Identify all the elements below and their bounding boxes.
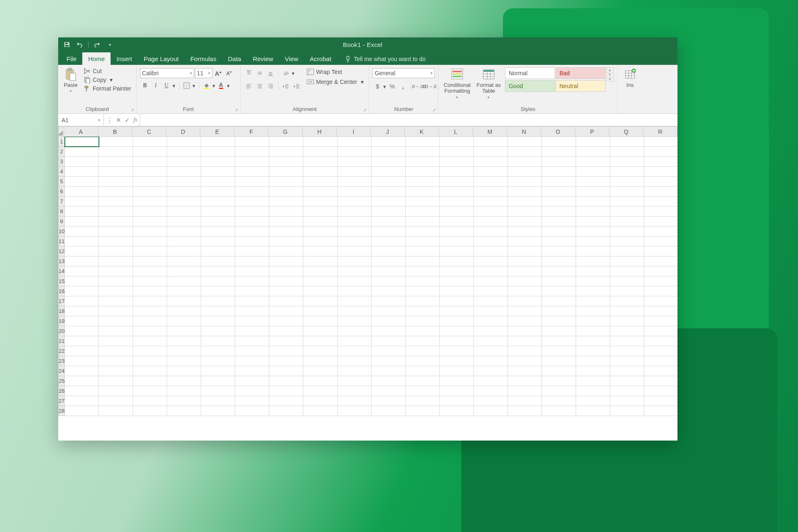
cell-G24[interactable] (269, 366, 303, 376)
tab-acrobat[interactable]: Acrobat (304, 52, 337, 65)
cell-P14[interactable] (576, 266, 610, 276)
cell-J9[interactable] (372, 217, 406, 227)
cell-N13[interactable] (508, 256, 542, 266)
cell-B2[interactable] (99, 147, 133, 157)
cell-F11[interactable] (235, 236, 269, 246)
cell-A12[interactable] (65, 246, 99, 256)
cell-M20[interactable] (474, 326, 508, 336)
italic-button[interactable]: I (151, 81, 161, 91)
cell-N12[interactable] (508, 246, 542, 256)
cell-H25[interactable] (303, 376, 337, 386)
cell-N3[interactable] (508, 157, 542, 167)
cell-B25[interactable] (99, 376, 133, 386)
cell-J12[interactable] (372, 246, 406, 256)
cell-R4[interactable] (644, 167, 677, 177)
cell-K11[interactable] (406, 236, 440, 246)
cell-J27[interactable] (372, 396, 406, 406)
cell-G2[interactable] (269, 147, 303, 157)
cell-D3[interactable] (167, 157, 201, 167)
shrink-font-button[interactable]: A▾ (224, 68, 234, 78)
cell-B18[interactable] (99, 306, 133, 316)
column-header-K[interactable]: K (405, 126, 439, 137)
cell-Q22[interactable] (610, 346, 644, 356)
cell-F25[interactable] (235, 376, 269, 386)
row-header-2[interactable]: 2 (58, 147, 65, 157)
cell-N16[interactable] (508, 286, 542, 296)
cell-C23[interactable] (133, 356, 167, 366)
cell-K14[interactable] (406, 266, 440, 276)
cell-R20[interactable] (644, 326, 677, 336)
cell-Q26[interactable] (610, 386, 644, 396)
cell-E23[interactable] (201, 356, 235, 366)
insert-function-button[interactable]: fx (133, 116, 137, 123)
cell-M13[interactable] (474, 256, 508, 266)
cell-B19[interactable] (99, 316, 133, 326)
row-header-9[interactable]: 9 (58, 217, 65, 227)
cell-H5[interactable] (303, 177, 337, 187)
number-format-select[interactable]: General▾ (372, 68, 435, 78)
wrap-text-button[interactable]: abc Wrap Text (305, 68, 366, 76)
cell-C22[interactable] (133, 346, 167, 356)
cell-O19[interactable] (542, 316, 576, 326)
cell-F26[interactable] (235, 386, 269, 396)
cell-L20[interactable] (440, 326, 474, 336)
cell-P16[interactable] (576, 286, 610, 296)
cell-G26[interactable] (269, 386, 303, 396)
cell-R25[interactable] (644, 376, 677, 386)
cell-R18[interactable] (644, 306, 677, 316)
row-header-25[interactable]: 25 (58, 376, 65, 386)
cell-I1[interactable] (337, 137, 372, 147)
cell-E8[interactable] (201, 207, 235, 217)
cell-F17[interactable] (235, 296, 269, 306)
cell-A7[interactable] (65, 197, 99, 207)
cell-B15[interactable] (99, 276, 133, 286)
format-painter-button[interactable]: Format Painter (82, 85, 133, 92)
cell-J7[interactable] (372, 197, 406, 207)
cell-M22[interactable] (474, 346, 508, 356)
cell-G14[interactable] (269, 266, 303, 276)
redo-button[interactable] (93, 40, 102, 49)
cell-P15[interactable] (576, 276, 610, 286)
cell-Q24[interactable] (610, 366, 644, 376)
cell-B3[interactable] (99, 157, 133, 167)
cell-C7[interactable] (133, 197, 167, 207)
cell-N8[interactable] (508, 207, 542, 217)
cell-H27[interactable] (303, 396, 337, 406)
cell-A23[interactable] (65, 356, 99, 366)
accounting-format-button[interactable]: $ (372, 81, 382, 91)
cell-J21[interactable] (372, 336, 406, 346)
cell-K22[interactable] (406, 346, 440, 356)
cell-A14[interactable] (65, 266, 99, 276)
cell-O24[interactable] (542, 366, 576, 376)
cell-D10[interactable] (167, 227, 201, 236)
row-header-13[interactable]: 13 (58, 256, 65, 266)
cell-F6[interactable] (235, 187, 269, 197)
cell-E1[interactable] (201, 137, 235, 147)
cell-K24[interactable] (406, 366, 440, 376)
cell-M24[interactable] (474, 366, 508, 376)
cell-H15[interactable] (303, 276, 337, 286)
cell-P27[interactable] (576, 396, 610, 406)
row-header-16[interactable]: 16 (58, 286, 65, 296)
cell-M1[interactable] (474, 137, 508, 147)
cell-N5[interactable] (508, 177, 542, 187)
decrease-decimal-button[interactable]: .00→.0 (424, 81, 434, 91)
merge-center-button[interactable]: Merge & Center ▾ (305, 78, 366, 86)
cell-I23[interactable] (337, 356, 372, 366)
cell-B1[interactable] (99, 137, 133, 147)
formula-more[interactable]: ⋮ (106, 116, 113, 124)
cell-P19[interactable] (576, 316, 610, 326)
font-color-button[interactable]: A (216, 81, 226, 91)
row-header-4[interactable]: 4 (58, 167, 65, 177)
cell-B9[interactable] (99, 217, 133, 227)
cell-K16[interactable] (406, 286, 440, 296)
cell-L2[interactable] (440, 147, 474, 157)
cell-R9[interactable] (644, 217, 677, 227)
cell-R23[interactable] (644, 356, 677, 366)
cell-K2[interactable] (406, 147, 440, 157)
tab-data[interactable]: Data (222, 52, 247, 65)
cell-R13[interactable] (644, 256, 677, 266)
column-header-J[interactable]: J (371, 126, 405, 137)
cell-C3[interactable] (133, 157, 167, 167)
row-header-7[interactable]: 7 (58, 197, 65, 207)
